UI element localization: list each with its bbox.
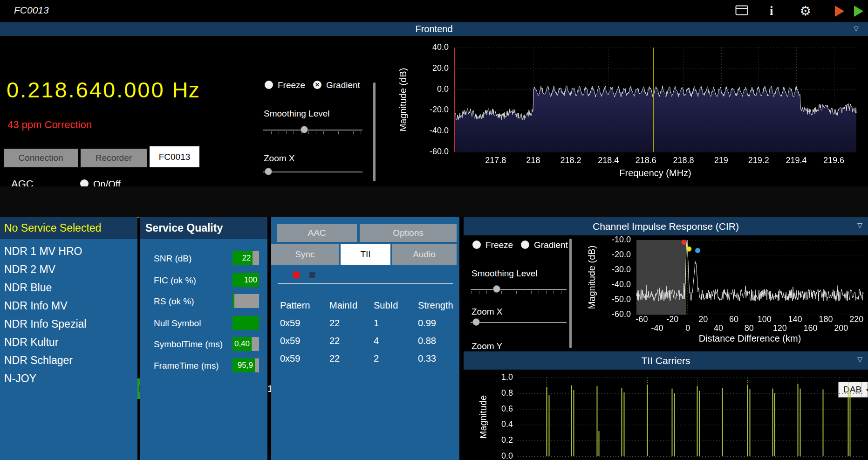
frontend-header-title: Frontend [415,24,452,34]
play-red-icon[interactable] [835,6,844,17]
quality-bar-fill: 22 [232,251,253,265]
freeze-radio[interactable] [265,81,273,89]
channel-bar: 11B ▼ EId: 1124 NDR MV HRO 2021 -12-16 1… [0,186,868,217]
cir-zoom-x-slider[interactable] [471,318,567,327]
quality-row: SymbolTime (ms)0,40 [140,337,267,351]
play-green-icon[interactable] [854,6,863,17]
frequency-unit: Hz [172,77,200,102]
quality-row: FrameTime (ms)95,9 [140,358,267,372]
tii-carriers-plot[interactable] [471,371,868,460]
tii-table: PatternMainIdSubIdStrength0x592210.990x5… [280,296,451,367]
quality-row: FIC (ok %)100 [140,273,267,287]
tii-carriers-header-title: TII Carriers [642,355,690,366]
freeze-label: Freeze [278,80,305,90]
cir-freeze-radio[interactable] [472,240,481,249]
cir-header: Channel Impulse Response (CIR) ▽ [464,217,868,235]
cir-controls-scrollbar[interactable] [569,239,572,348]
cir-plot[interactable] [578,235,868,347]
gradient-label: Gradient [326,80,360,90]
window-icon[interactable] [735,5,748,17]
service-quality-panel: Service Quality SNR (dB)22FIC (ok %)100R… [140,217,267,460]
settings-gear-icon[interactable]: ⚙ [800,3,811,19]
smoothing-level-slider[interactable] [263,125,362,135]
decoder-tab-audio[interactable]: Audio [392,244,457,265]
smoothing-level-label: Smoothing Level [264,109,330,119]
frontend-tab-recorder[interactable]: Recorder [81,149,147,167]
decoder-tab-bar-main: SyncTIIAudio [271,217,459,266]
service-item-5[interactable]: NDR Info Spezial [0,315,137,333]
service-item-3[interactable]: NDR Blue [0,279,137,297]
cir-zoom-x-slider-track[interactable] [471,322,567,323]
cir-smoothing-slider-thumb[interactable] [493,285,500,293]
frontend-controls-scrollbar[interactable] [373,82,376,181]
zoom-x-label: Zoom X [264,153,295,164]
tii-table-cell: 1 [374,318,418,329]
quality-bar-rest [255,358,259,372]
tii-carriers-header: TII Carriers ▽ [464,351,868,370]
quality-label: SymbolTime (ms) [154,339,223,350]
quality-row: Null Symbol [140,316,267,330]
tii-table-header: MainId [329,300,374,311]
service-list: NDR 1 MV HRONDR 2 MVNDR BlueNDR Info MVN… [0,239,137,460]
frequency-display: 0.218.640.000Hz [7,77,200,103]
tii-table-cell: 0.99 [418,318,451,329]
service-item-2[interactable]: NDR 2 MV [0,261,137,279]
service-item-4[interactable]: NDR Info MV [0,297,137,315]
quality-row: SNR (dB)22 [140,251,267,265]
decoder-separator [278,283,453,284]
quality-label: SNR (dB) [154,254,191,264]
frontend-tab-fc0013[interactable]: FC0013 [150,146,199,167]
info-icon[interactable]: i [770,4,773,18]
titlebar: FC0013 i ⚙ [0,0,868,22]
cir-freeze-label: Freeze [485,240,513,250]
service-item-1[interactable]: NDR 1 MV HRO [0,242,137,261]
zoom-x-slider-track[interactable] [263,172,362,172]
quality-label: FrameTime (ms) [154,361,219,371]
service-list-header: No Service Selected [0,217,137,239]
smoothing-slider-track[interactable] [263,130,362,130]
quality-label: FIC (ok %) [154,275,196,286]
cir-header-title: Channel Impulse Response (CIR) [593,221,739,232]
decoder-record-dot[interactable] [293,271,300,279]
cir-smoothing-label: Smoothing Level [472,268,538,279]
cir-smoothing-slider-track[interactable] [471,289,567,290]
cir-smoothing-slider[interactable] [471,285,567,294]
quality-bar-fill: 0,40 [232,337,252,351]
quality-value-bar: 100 [232,273,259,287]
cir-zoom-x-label: Zoom X [472,307,503,317]
tii-table-header: Pattern [280,300,329,311]
cir-gradient-radio[interactable] [521,240,529,249]
tii-table-cell: 0x59 [280,318,329,329]
tii-table-header: Strength [418,300,451,311]
quality-bar-fill: 100 [232,273,259,287]
tii-table-header: SubId [374,300,418,311]
quality-value-bar [232,316,259,330]
frontend-tab-bar: ConnectionRecorderFC0013 [0,146,257,167]
decoder-stop-square[interactable] [309,272,316,279]
smoothing-slider-ticks [264,131,362,134]
decoder-tab-sync[interactable]: Sync [271,244,339,265]
quality-label: Null Symbol [154,318,201,329]
app-title: FC0013 [14,5,49,16]
tii-collapse-triangle-icon[interactable]: ▽ [857,356,862,363]
service-item-8[interactable]: N-JOY [0,370,137,388]
frontend-header: Frontend ▽ [0,22,868,36]
frontend-tab-connection[interactable]: Connection [4,149,78,167]
x-mark-icon: ✕ [315,82,320,88]
decoder-tab-tii[interactable]: TII [341,244,390,265]
quality-value-bar: 0,40 [232,337,259,351]
quality-bar-fill: 95,9 [232,358,255,372]
cir-zoom-y-label: Zoom Y [472,341,502,351]
service-list-header-text: No Service Selected [0,222,101,234]
gradient-radio[interactable]: ✕ [313,81,321,89]
frontend-collapse-triangle-icon[interactable]: ▽ [854,25,859,32]
zoom-x-slider[interactable] [263,167,362,177]
tii-table-cell: 0x59 [280,336,329,346]
zoom-x-slider-thumb[interactable] [265,168,272,175]
tii-table-cell: 22 [329,353,374,364]
service-item-6[interactable]: NDR Kultur [0,333,137,351]
service-item-7[interactable]: NDR Schlager [0,351,137,370]
spectrum-plot[interactable] [377,37,868,186]
cir-zoom-x-slider-thumb[interactable] [472,318,480,326]
cir-collapse-triangle-icon[interactable]: ▽ [857,222,862,228]
